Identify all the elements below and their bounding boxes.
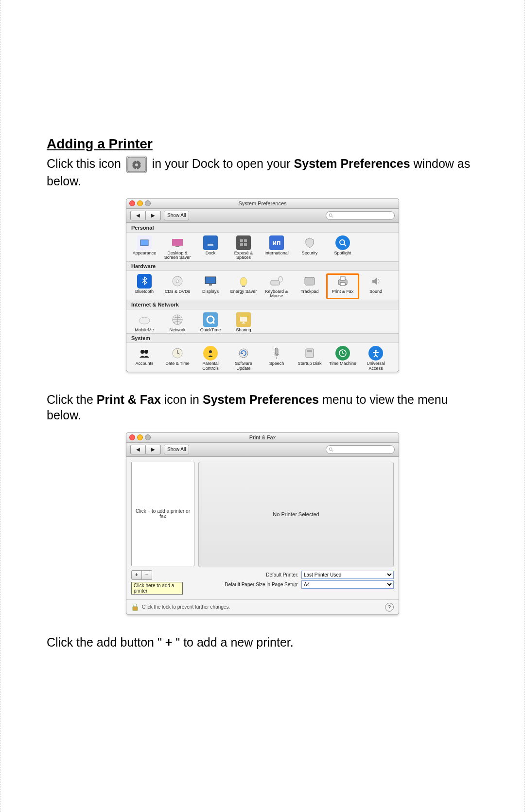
show-all-button[interactable]: Show All (164, 211, 189, 220)
pref-desktop[interactable]: Desktop & Screen Saver (161, 235, 193, 260)
printer-list-empty-text: Click + to add a printer or fax (135, 508, 191, 519)
svg-point-40 (209, 350, 212, 353)
minimize-icon[interactable] (137, 200, 143, 206)
pref-energy[interactable]: Energy Saver (228, 274, 260, 299)
lock-icon[interactable] (131, 603, 139, 612)
pref-displays[interactable]: Displays (194, 274, 227, 299)
text: " to add a new printer. (175, 635, 293, 649)
add-printer-button[interactable]: + (131, 570, 142, 580)
system-preferences-dock-icon (126, 156, 147, 173)
sound-icon (370, 276, 381, 287)
paragraph-2: Click the Print & Fax icon in System Pre… (47, 392, 478, 423)
pref-row-system: Accounts Date & Time Parental Controls S… (126, 343, 399, 372)
default-printer-select[interactable]: Last Printer Used (301, 571, 394, 579)
pref-speech[interactable]: Speech (261, 346, 293, 371)
speech-icon (272, 347, 281, 360)
svg-rect-42 (275, 348, 278, 355)
svg-point-23 (240, 277, 247, 286)
paper-size-label: Default Paper Size in Page Setup: (187, 582, 298, 587)
forward-button[interactable]: ▶ (146, 445, 161, 454)
search-input[interactable] (326, 445, 395, 454)
section-hardware: Hardware (126, 261, 399, 271)
pref-network[interactable]: Network (161, 312, 193, 332)
pref-sharing[interactable]: Sharing (228, 312, 260, 332)
pref-spotlight[interactable]: Spotlight (327, 235, 359, 260)
minimize-icon[interactable] (137, 434, 143, 440)
window-title: System Preferences (238, 200, 286, 206)
close-icon[interactable] (129, 200, 135, 206)
svg-point-17 (340, 240, 345, 245)
pref-print-fax[interactable]: Print & Fax (327, 274, 359, 299)
section-system: System (126, 333, 399, 343)
text-bold: Print & Fax (97, 393, 161, 406)
search-input[interactable] (326, 211, 395, 220)
svg-rect-44 (306, 349, 314, 358)
svg-point-47 (375, 350, 377, 352)
search-icon (329, 213, 333, 218)
pref-parental[interactable]: Parental Controls (194, 346, 227, 371)
pref-cds[interactable]: CDs & DVDs (161, 274, 193, 299)
zoom-icon[interactable] (145, 434, 151, 440)
pref-trackpad[interactable]: Trackpad (294, 274, 326, 299)
document-page: Adding a Printer Click this icon in your… (0, 0, 525, 812)
nav-buttons[interactable]: ◀ ▶ (130, 211, 161, 220)
pref-international[interactable]: ипInternational (261, 235, 293, 260)
paper-size-select[interactable]: A4 (301, 580, 394, 589)
timemachine-icon (338, 348, 348, 358)
window-traffic-lights[interactable] (129, 434, 151, 440)
pref-expose[interactable]: Exposé & Spaces (228, 235, 260, 260)
pref-accounts[interactable]: Accounts (128, 346, 160, 371)
zoom-icon[interactable] (145, 200, 151, 206)
section-heading: Adding a Printer (47, 136, 478, 152)
svg-line-49 (332, 451, 333, 452)
pref-quicktime[interactable]: QuickTime (194, 312, 227, 332)
bluetooth-icon (140, 276, 148, 287)
sharing-icon (239, 315, 248, 324)
svg-line-8 (332, 217, 333, 218)
window-toolbar: ◀ ▶ Show All (126, 443, 399, 457)
back-button[interactable]: ◀ (130, 445, 146, 454)
pref-security[interactable]: Security (294, 235, 326, 260)
text-bold: System Preferences (203, 393, 319, 406)
pref-software[interactable]: Software Update (228, 346, 260, 371)
svg-rect-27 (305, 277, 315, 285)
default-printer-label: Default Printer: (187, 572, 298, 577)
pref-row-internet: MobileMe Network QuickTime Sharing (126, 309, 399, 333)
pref-sound[interactable]: Sound (360, 274, 392, 299)
pref-datetime[interactable]: Date & Time (161, 346, 193, 371)
svg-rect-50 (133, 607, 138, 611)
svg-rect-25 (271, 280, 280, 285)
svg-rect-12 (208, 244, 213, 246)
pref-mobileme[interactable]: MobileMe (128, 312, 160, 332)
universal-icon (371, 348, 381, 358)
help-button[interactable]: ? (385, 603, 394, 612)
print-fax-window: Print & Fax ◀ ▶ Show All Click + to add … (126, 432, 399, 615)
pref-timemachine[interactable]: Time Machine (327, 346, 359, 371)
pref-bluetooth[interactable]: Bluetooth (128, 274, 160, 299)
section-internet: Internet & Network (126, 300, 399, 309)
show-all-button[interactable]: Show All (164, 445, 189, 454)
print-fax-body: Click + to add a printer or fax No Print… (126, 457, 399, 599)
close-icon[interactable] (129, 434, 135, 440)
svg-rect-21 (205, 277, 216, 284)
dock-icon (206, 238, 215, 248)
pref-startup[interactable]: Startup Disk (294, 346, 326, 371)
window-traffic-lights[interactable] (129, 200, 151, 206)
nav-buttons[interactable]: ◀ ▶ (130, 445, 161, 454)
svg-point-26 (279, 276, 282, 282)
back-button[interactable]: ◀ (130, 211, 146, 220)
printer-list[interactable]: Click + to add a printer or fax (131, 462, 194, 566)
pref-universal[interactable]: Universal Access (360, 346, 392, 371)
svg-point-41 (239, 349, 248, 358)
software-update-icon (238, 347, 249, 359)
no-printer-text: No Printer Selected (273, 511, 319, 517)
pref-dock[interactable]: Dock (194, 235, 227, 260)
pref-appearance[interactable]: Appearance (128, 235, 160, 260)
remove-printer-button[interactable]: − (142, 570, 152, 580)
energy-icon (239, 275, 248, 288)
forward-button[interactable]: ▶ (146, 211, 161, 220)
window-title: Print & Fax (249, 434, 276, 440)
svg-rect-30 (340, 283, 345, 286)
international-icon: ип (269, 235, 284, 250)
pref-keyboard[interactable]: Keyboard & Mouse (261, 274, 293, 299)
